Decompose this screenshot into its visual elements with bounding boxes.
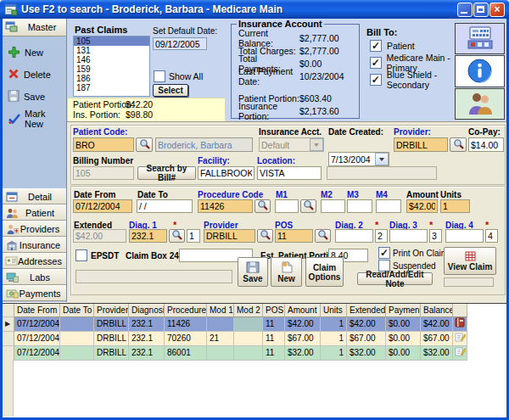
grid-col-header-mod1[interactable]: Mod 1 bbox=[207, 304, 234, 317]
table-row[interactable]: 07/12/2004DRBILL232.1702602111$67.001$67… bbox=[3, 332, 506, 346]
grid-cell-units[interactable]: 1 bbox=[321, 317, 347, 332]
procedure-code-field[interactable] bbox=[198, 199, 253, 213]
grid-cell-mod1[interactable] bbox=[207, 346, 234, 361]
grid-col-header-payments[interactable]: Payments bbox=[386, 304, 421, 317]
maximize-button[interactable] bbox=[473, 3, 489, 17]
co-pay-field[interactable] bbox=[468, 137, 504, 152]
read-add-edit-note-button[interactable]: Read/Add/Edit Note bbox=[357, 272, 433, 285]
grid-col-header-date_to[interactable]: Date To bbox=[60, 304, 94, 317]
diag4-field[interactable] bbox=[445, 229, 484, 243]
sidebar-item-providers[interactable]: Providers bbox=[3, 221, 66, 237]
patient-code-field[interactable] bbox=[73, 137, 134, 152]
grid-cell-procedure[interactable]: 70260 bbox=[165, 332, 207, 346]
bill-to-checkbox[interactable] bbox=[370, 40, 382, 52]
provider-field[interactable] bbox=[394, 137, 448, 152]
table-row[interactable]: ▶07/12/2004DRBILL232.11142611$42.001$42.… bbox=[3, 317, 506, 332]
row-selector-cell[interactable] bbox=[3, 332, 14, 346]
grid-cell-units[interactable]: 1 bbox=[321, 346, 347, 361]
grid-cell-mod1[interactable]: 21 bbox=[207, 332, 234, 346]
sidebar-action-save[interactable]: Save bbox=[8, 88, 45, 105]
grid-col-header-procedure[interactable]: Procedure bbox=[165, 304, 207, 317]
info-button[interactable] bbox=[455, 55, 505, 87]
diag3-field[interactable] bbox=[389, 229, 428, 243]
grid-cell-date_to[interactable] bbox=[60, 332, 94, 346]
date-to-field[interactable] bbox=[137, 199, 193, 213]
provider-line-field[interactable] bbox=[204, 229, 255, 243]
grid-cell-date_from[interactable]: 07/12/2004 bbox=[14, 346, 60, 361]
billing-register-button[interactable] bbox=[455, 23, 505, 54]
m1-field[interactable] bbox=[275, 199, 299, 213]
sidebar-item-detail[interactable]: Detail bbox=[3, 188, 66, 204]
sidebar-master-header[interactable]: Master bbox=[3, 19, 66, 36]
past-claim-item[interactable]: 105 bbox=[74, 36, 149, 46]
close-button[interactable]: × bbox=[489, 3, 505, 17]
grid-cell-procedure[interactable]: 86001 bbox=[165, 346, 207, 361]
set-default-date-field[interactable] bbox=[153, 37, 207, 50]
grid-cell-payments[interactable]: $0.00 bbox=[386, 346, 421, 361]
sidebar-item-payments[interactable]: Payments bbox=[3, 285, 66, 301]
pos-lookup-button[interactable] bbox=[315, 229, 331, 243]
sidebar-item-patient[interactable]: Patient bbox=[3, 204, 66, 221]
view-claim-button[interactable]: View Claim bbox=[444, 247, 496, 275]
grid-cell-mod1[interactable] bbox=[207, 317, 234, 332]
row-note-cell[interactable] bbox=[453, 317, 467, 332]
grid-col-header-mod2[interactable]: Mod 2 bbox=[234, 304, 263, 317]
grid-cell-pos[interactable]: 11 bbox=[263, 317, 285, 332]
past-claim-item[interactable]: 146 bbox=[74, 55, 149, 64]
grid-cell-provider[interactable]: DRBILL bbox=[94, 346, 129, 361]
bill-to-checkbox[interactable] bbox=[370, 74, 382, 86]
grid-col-header-extended[interactable]: Extended bbox=[347, 304, 386, 317]
date-from-field[interactable] bbox=[73, 199, 132, 213]
row-selector-cell[interactable] bbox=[3, 346, 14, 361]
grid-cell-date_from[interactable]: 07/12/2004 bbox=[14, 332, 60, 346]
grid-cell-diagnosis[interactable]: 232.1 bbox=[129, 332, 165, 346]
grid-cell-date_to[interactable] bbox=[60, 317, 94, 332]
m3-field[interactable] bbox=[347, 199, 372, 213]
grid-col-header-provider[interactable]: Provider bbox=[94, 304, 129, 317]
sidebar-item-addresses[interactable]: Addresses bbox=[3, 253, 66, 269]
location-field[interactable] bbox=[257, 166, 322, 180]
sidebar-action-mark-new[interactable]: Mark New bbox=[8, 110, 66, 127]
provider-lookup-button[interactable] bbox=[450, 137, 467, 152]
grid-cell-date_from[interactable]: 07/12/2004 bbox=[14, 317, 60, 332]
grid-cell-payments[interactable]: $0.00 bbox=[386, 317, 421, 332]
epsdt-checkbox[interactable] bbox=[76, 249, 87, 261]
patients-button[interactable] bbox=[455, 88, 505, 120]
diag1-pointer-field[interactable] bbox=[187, 229, 200, 243]
table-row[interactable]: 07/12/2004DRBILL232.18600111$32.001$32.0… bbox=[3, 346, 506, 361]
grid-col-header-amount[interactable]: Amount bbox=[285, 304, 321, 317]
grid-col-header-diagnosis[interactable]: Diagnosis bbox=[129, 304, 165, 317]
grid-col-header-units[interactable]: Units bbox=[321, 304, 347, 317]
grid-cell-procedure[interactable]: 11426 bbox=[165, 317, 207, 332]
grid-cell-balance[interactable]: $32.00 bbox=[421, 346, 453, 361]
facility-field[interactable] bbox=[198, 166, 255, 180]
diag2-field[interactable] bbox=[335, 229, 373, 243]
amount-field[interactable] bbox=[406, 199, 438, 213]
sidebar-action-delete[interactable]: Delete bbox=[8, 66, 51, 83]
past-claim-item[interactable]: 187 bbox=[74, 83, 149, 92]
new-claim-button[interactable]: New bbox=[271, 257, 302, 287]
patient-code-lookup-button[interactable] bbox=[136, 137, 153, 152]
date-created-combo[interactable] bbox=[328, 152, 389, 166]
grid-cell-balance[interactable]: $42.00 bbox=[421, 317, 453, 332]
grid-cell-payments[interactable]: $0.00 bbox=[386, 332, 421, 346]
grid-cell-amount[interactable]: $32.00 bbox=[285, 346, 321, 361]
diag1-field[interactable] bbox=[129, 229, 167, 243]
provider-line-lookup-button[interactable] bbox=[257, 229, 273, 243]
grid-cell-extended[interactable]: $32.00 bbox=[347, 346, 386, 361]
grid-cell-extended[interactable]: $42.00 bbox=[347, 317, 386, 332]
past-claim-item[interactable]: 131 bbox=[74, 46, 149, 55]
insurance-acct-combo[interactable] bbox=[259, 137, 324, 152]
m1-lookup-button[interactable] bbox=[300, 199, 316, 213]
grid-col-header-balance[interactable]: Balance bbox=[421, 304, 453, 317]
grid-cell-units[interactable]: 1 bbox=[321, 332, 347, 346]
grid-cell-diagnosis[interactable]: 232.1 bbox=[129, 317, 165, 332]
title-bar[interactable]: Use F2 to search - Broderick, Barbara - … bbox=[0, 0, 509, 19]
past-claim-item[interactable]: 186 bbox=[74, 74, 149, 83]
grid-col-header-pos[interactable]: POS bbox=[263, 304, 285, 317]
diag1-lookup-button[interactable] bbox=[169, 229, 185, 243]
sidebar-action-new[interactable]: New bbox=[8, 44, 43, 61]
claim-options-button[interactable]: Claim Options bbox=[305, 257, 344, 287]
grid-cell-amount[interactable]: $67.00 bbox=[285, 332, 321, 346]
m2-field[interactable] bbox=[321, 199, 345, 213]
